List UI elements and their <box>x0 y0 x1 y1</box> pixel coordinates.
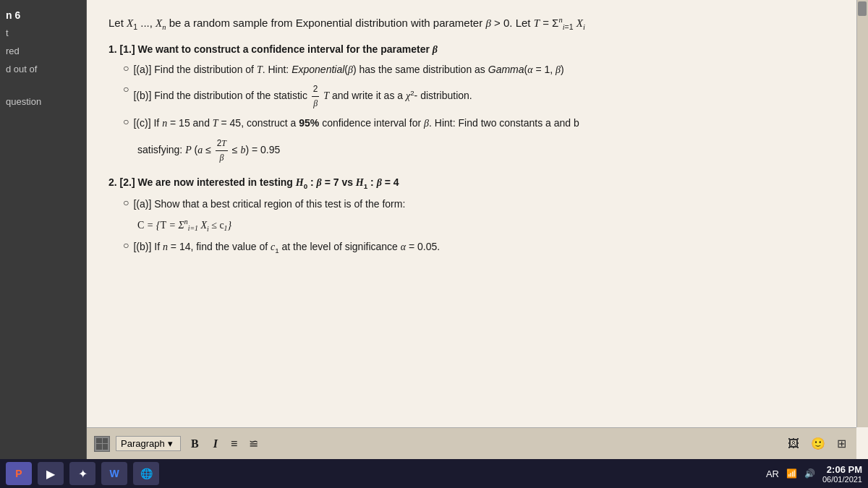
dropdown-arrow: ▾ <box>168 438 173 449</box>
paragraph-label: Paragraph <box>121 438 165 449</box>
editor-toolbar: Paragraph ▾ B I ≡ ≌ 🖼 🙂 ⊞ <box>87 427 856 459</box>
taskbar-sound: 🔊 <box>804 468 815 479</box>
scrollbar[interactable] <box>856 0 868 427</box>
sidebar-t: t <box>6 26 80 41</box>
q1b: ○ [(b)] Find the distribution of the sta… <box>123 82 846 111</box>
taskbar-time: 2:06 PM 06/01/2021 <box>822 464 862 484</box>
q1c-cont: satisfying: P (a ≤ 2T β ≤ b) = 0.95 <box>137 137 846 165</box>
scroll-thumb[interactable] <box>858 1 867 16</box>
bold-button[interactable]: B <box>187 436 203 452</box>
q1a: ○ [(a)] Find the distribution of T. Hint… <box>123 61 846 78</box>
content-area: Let X1 ..., Xn be a random sample from E… <box>87 0 868 459</box>
q2b: ○ [(b)] If n = 14, find the value of c1 … <box>123 239 846 256</box>
taskbar-p-button[interactable]: P <box>6 462 32 485</box>
emoji-button[interactable]: 🙂 <box>808 435 828 452</box>
italic-button[interactable]: I <box>209 436 222 452</box>
ordered-list-button[interactable]: ≌ <box>246 435 261 452</box>
sidebar-red: red <box>6 44 80 59</box>
time-display: 2:06 PM <box>822 464 862 475</box>
taskbar: P ▶ ✦ W 🌐 AR 📶 🔊 2:06 PM 06/01/2021 <box>0 459 868 488</box>
taskbar-ar: AR <box>766 468 779 479</box>
paragraph-dropdown[interactable]: Paragraph ▾ <box>116 436 181 451</box>
q2-main: 2. [2.] We are now interested in testing… <box>109 176 846 190</box>
question-header: Let X1 ..., Xn be a random sample from E… <box>109 14 846 33</box>
q1-main: 1. [1.] We want to construct a confidenc… <box>109 43 846 56</box>
q2a-formula: C = {T = Σni=1 Xi ≤ c1} <box>137 216 846 234</box>
left-sidebar: n 6 t red d out of question <box>0 0 87 459</box>
formula-button[interactable]: ⊞ <box>834 435 849 452</box>
unordered-list-button[interactable]: ≡ <box>228 436 240 452</box>
date-display: 06/01/2021 <box>822 475 862 484</box>
q1c: ○ [(c)] If n = 15 and T = 45, construct … <box>123 115 846 132</box>
taskbar-w-button[interactable]: W <box>101 462 127 485</box>
question-number: n 6 <box>6 7 80 23</box>
image-button[interactable]: 🖼 <box>785 436 802 452</box>
taskbar-wifi: 📶 <box>786 468 797 479</box>
question-2-block: 2. [2.] We are now interested in testing… <box>109 176 846 261</box>
question-1-block: 1. [1.] We want to construct a confidenc… <box>109 43 846 169</box>
grid-icon <box>94 436 110 452</box>
q2a: ○ [(a)] Show that a best critical region… <box>123 196 846 212</box>
taskbar-star-button[interactable]: ✦ <box>69 462 95 485</box>
sidebar-question: question <box>6 95 80 110</box>
taskbar-right: AR 📶 🔊 2:06 PM 06/01/2021 <box>766 464 862 484</box>
sidebar-doutof: d out of <box>6 62 80 77</box>
taskbar-play-button[interactable]: ▶ <box>38 462 64 485</box>
taskbar-chrome-button[interactable]: 🌐 <box>133 462 159 485</box>
